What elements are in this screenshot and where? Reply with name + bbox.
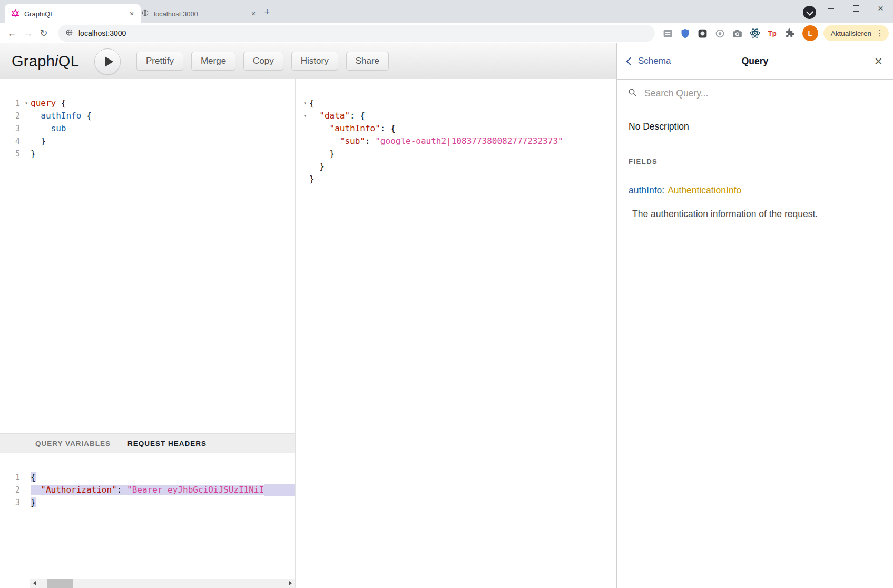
- line-number: 2: [0, 110, 22, 122]
- code-token: {: [56, 98, 66, 108]
- query-editor[interactable]: 1▾query {2 authInfo {3 sub4 }5}: [0, 79, 295, 451]
- minimize-button[interactable]: [819, 0, 843, 16]
- scrollbar-track[interactable]: [39, 579, 286, 588]
- code-token: query: [31, 98, 56, 108]
- code-token: authInfo: [41, 111, 81, 121]
- fold-arrow-icon[interactable]: ▾: [301, 97, 309, 110]
- reload-button[interactable]: ↻: [36, 25, 52, 41]
- code-token: "Authorization": [41, 485, 117, 495]
- code-token: [309, 111, 319, 121]
- scroll-left-button[interactable]: [30, 579, 39, 588]
- code-line: 5}: [0, 148, 295, 160]
- maximize-button[interactable]: [843, 0, 868, 16]
- logo-text: Graph: [12, 53, 55, 70]
- extensions-row: Tp: [662, 27, 796, 39]
- tab-search-button[interactable]: [803, 6, 816, 19]
- code-token: }: [309, 161, 325, 171]
- back-button[interactable]: ←: [4, 25, 20, 41]
- execute-query-button[interactable]: [94, 48, 121, 75]
- request-headers-editor[interactable]: 1{2 "Authorization": "Bearer eyJhbGciOiJ…: [0, 453, 295, 588]
- code-text: sub: [31, 122, 66, 135]
- chevron-down-icon: [806, 8, 813, 15]
- code-text: "authInfo": {: [309, 122, 396, 135]
- triangle-right-icon: [289, 581, 292, 585]
- code-token: {: [31, 472, 36, 482]
- scrollbar-thumb[interactable]: [47, 579, 73, 588]
- target-extension-icon[interactable]: [714, 27, 726, 39]
- code-token: }: [309, 174, 315, 184]
- url-text: localhost:3000: [78, 29, 126, 37]
- chevron-left-icon: [626, 57, 635, 65]
- code-token: [309, 123, 330, 133]
- code-token: [31, 123, 51, 133]
- tab-close-icon[interactable]: ×: [249, 9, 258, 18]
- extensions-puzzle-icon[interactable]: [784, 27, 796, 39]
- browser-menu-icon[interactable]: ⋮: [876, 29, 884, 37]
- doc-fields-header: FIELDS: [629, 158, 881, 165]
- update-chrome-button[interactable]: Aktualisieren ⋮: [823, 25, 889, 41]
- merge-button[interactable]: Merge: [191, 52, 235, 71]
- code-token: [31, 485, 41, 495]
- new-tab-button[interactable]: +: [260, 5, 274, 19]
- code-text: }: [31, 148, 36, 160]
- code-text: authInfo {: [31, 110, 92, 122]
- secondary-editor-tabbar[interactable]: QUERY VARIABLES REQUEST HEADERS: [0, 433, 295, 453]
- globe-icon: [141, 9, 149, 18]
- badge-extension-icon[interactable]: [662, 27, 674, 39]
- code-line: "authInfo": {: [301, 122, 622, 135]
- tp-extension-icon[interactable]: Tp: [767, 27, 778, 39]
- history-button[interactable]: History: [291, 52, 338, 71]
- share-button[interactable]: Share: [346, 52, 389, 71]
- code-token: }: [31, 136, 46, 146]
- window-controls: ×: [819, 0, 893, 16]
- field-type-link[interactable]: AuthenticationInfo: [668, 185, 741, 195]
- doc-explorer-header: Schema Query ×: [617, 43, 893, 80]
- fold-gutter: [22, 484, 31, 496]
- fold-arrow-icon[interactable]: ▾: [301, 110, 309, 122]
- fold-gutter: [22, 496, 31, 509]
- code-text: "data": {: [309, 110, 365, 122]
- scroll-right-button[interactable]: [286, 579, 295, 588]
- tp-badge-text: Tp: [768, 30, 777, 37]
- play-icon: [105, 56, 113, 67]
- address-bar[interactable]: localhost:3000: [58, 25, 655, 42]
- react-devtools-icon[interactable]: [749, 27, 761, 39]
- prettify-button[interactable]: Prettify: [136, 52, 183, 71]
- result-viewer[interactable]: ▾{▾ "data": { "authInfo": { "sub": "goog…: [296, 79, 622, 588]
- forward-button[interactable]: →: [20, 25, 36, 41]
- selection-fill: [264, 484, 295, 496]
- tab-query-variables[interactable]: QUERY VARIABLES: [35, 439, 111, 447]
- doc-no-description: No Description: [629, 121, 881, 132]
- browser-tab-graphiql[interactable]: GraphiQL ×: [5, 4, 141, 23]
- code-token: : {: [380, 123, 396, 133]
- window-close-button[interactable]: ×: [868, 0, 893, 16]
- camera-extension-icon[interactable]: [732, 27, 743, 39]
- copy-button[interactable]: Copy: [243, 52, 283, 71]
- line-number: 3: [0, 122, 22, 135]
- code-text: }: [309, 160, 325, 173]
- code-text: query {: [31, 97, 66, 110]
- field-name-link[interactable]: authInfo: [629, 185, 662, 195]
- code-token: "Bearer eyJhbGciOiJSUzI1NiI: [127, 485, 264, 495]
- fold-gutter: [22, 471, 31, 484]
- doc-close-button[interactable]: ×: [875, 54, 882, 68]
- doc-back-link[interactable]: Schema: [627, 56, 671, 66]
- field-colon: :: [662, 185, 664, 195]
- shield-extension-icon[interactable]: [680, 27, 691, 39]
- code-token: [309, 136, 340, 146]
- profile-avatar[interactable]: L: [802, 25, 818, 41]
- browser-tab-localhost[interactable]: localhost:3000 ×: [135, 4, 262, 23]
- code-line: ▾{: [301, 97, 622, 110]
- fold-arrow-icon[interactable]: ▾: [22, 97, 31, 110]
- code-line: }: [301, 160, 622, 173]
- dark-square-extension-icon[interactable]: [697, 27, 709, 39]
- site-info-icon[interactable]: [65, 28, 73, 38]
- doc-search-bar: [617, 80, 893, 107]
- tab-title: localhost:3000: [154, 10, 244, 18]
- horizontal-scrollbar[interactable]: [30, 579, 295, 588]
- doc-back-label: Schema: [638, 56, 671, 66]
- graphql-logo-icon: [11, 9, 19, 19]
- fold-gutter: [22, 122, 31, 135]
- doc-search-input[interactable]: [643, 87, 882, 100]
- tab-request-headers[interactable]: REQUEST HEADERS: [127, 439, 207, 447]
